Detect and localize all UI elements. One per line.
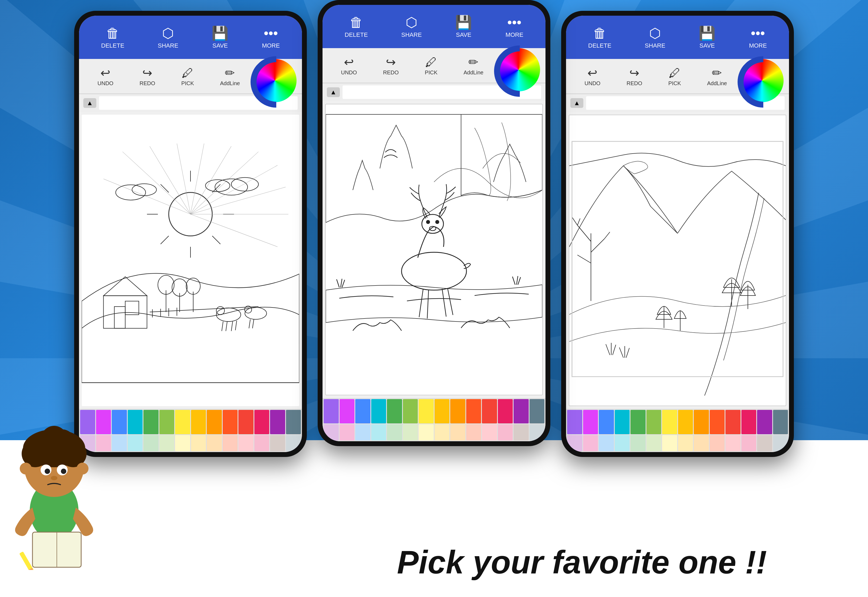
color-swatch[interactable] <box>339 424 355 440</box>
color-swatch[interactable] <box>355 424 371 440</box>
color-swatch[interactable] <box>175 435 190 451</box>
pick-btn-middle[interactable]: 🖊 PICK <box>425 55 438 76</box>
color-swatch[interactable] <box>255 410 269 434</box>
color-swatch[interactable] <box>741 435 756 451</box>
color-swatch[interactable] <box>450 399 465 423</box>
color-swatch[interactable] <box>694 410 709 434</box>
color-swatch[interactable] <box>466 399 481 423</box>
share-btn-left[interactable]: ⬡ SHARE <box>158 25 178 49</box>
color-swatch[interactable] <box>710 410 725 434</box>
color-swatch[interactable] <box>757 435 772 451</box>
color-swatch[interactable] <box>270 435 285 451</box>
color-swatch[interactable] <box>583 410 598 434</box>
color-swatch[interactable] <box>286 435 301 451</box>
more-btn-middle[interactable]: ••• MORE <box>505 15 523 39</box>
canvas-middle[interactable] <box>325 104 543 395</box>
color-swatch[interactable] <box>159 410 174 434</box>
color-swatch[interactable] <box>355 399 371 423</box>
slide-up-arrow-left[interactable]: ▲ <box>83 98 96 108</box>
slide-up-arrow-middle[interactable]: ▲ <box>327 87 340 97</box>
color-swatch[interactable] <box>567 435 582 451</box>
color-swatch[interactable] <box>175 410 190 434</box>
color-swatch[interactable] <box>599 435 614 451</box>
color-swatch[interactable] <box>435 399 450 423</box>
color-swatch[interactable] <box>498 424 513 440</box>
color-swatch[interactable] <box>418 424 434 440</box>
undo-btn-right[interactable]: ↩ UNDO <box>584 66 600 86</box>
color-swatch[interactable] <box>530 399 545 423</box>
color-swatch[interactable] <box>694 435 709 451</box>
color-swatch[interactable] <box>238 410 253 434</box>
undo-btn-left[interactable]: ↩ UNDO <box>97 66 113 86</box>
color-swatch[interactable] <box>630 435 646 451</box>
color-swatch[interactable] <box>450 424 465 440</box>
color-swatch[interactable] <box>143 435 159 451</box>
more-btn-left[interactable]: ••• MORE <box>262 25 280 49</box>
color-swatch[interactable] <box>387 424 402 440</box>
color-swatch[interactable] <box>630 410 646 434</box>
redo-btn-right[interactable]: ↪ REDO <box>627 66 642 86</box>
color-swatch[interactable] <box>678 435 693 451</box>
color-swatch[interactable] <box>482 424 497 440</box>
canvas-left[interactable] <box>82 114 299 406</box>
color-wheel-middle[interactable] <box>494 45 543 94</box>
color-swatch[interactable] <box>403 399 418 423</box>
redo-btn-left[interactable]: ↪ REDO <box>140 66 155 86</box>
color-swatch[interactable] <box>191 410 206 434</box>
share-btn-right[interactable]: ⬡ SHARE <box>645 25 666 49</box>
color-swatch[interactable] <box>339 399 355 423</box>
delete-btn-left[interactable]: 🗑 DELETE <box>101 25 125 49</box>
color-swatch[interactable] <box>773 435 788 451</box>
color-swatch[interactable] <box>567 410 582 434</box>
color-swatch[interactable] <box>646 410 661 434</box>
save-btn-left[interactable]: 💾 SAVE <box>211 25 228 49</box>
canvas-right[interactable] <box>569 114 786 406</box>
color-swatch[interactable] <box>725 435 741 451</box>
color-swatch[interactable] <box>238 435 253 451</box>
color-swatch[interactable] <box>435 424 450 440</box>
addline-btn-left[interactable]: ✏ AddLine <box>220 66 240 86</box>
color-swatch[interactable] <box>371 424 386 440</box>
color-swatch[interactable] <box>223 410 238 434</box>
color-swatch[interactable] <box>466 424 481 440</box>
color-swatch[interactable] <box>324 399 339 423</box>
addline-btn-right[interactable]: ✏ AddLine <box>707 66 727 86</box>
color-swatch[interactable] <box>270 410 285 434</box>
color-swatch[interactable] <box>583 435 598 451</box>
delete-btn-right[interactable]: 🗑 DELETE <box>588 25 612 49</box>
color-swatch[interactable] <box>678 410 693 434</box>
color-swatch[interactable] <box>757 410 772 434</box>
color-swatch[interactable] <box>710 435 725 451</box>
save-btn-right[interactable]: 💾 SAVE <box>698 25 715 49</box>
color-swatch[interactable] <box>725 410 741 434</box>
color-swatch[interactable] <box>514 424 529 440</box>
more-btn-right[interactable]: ••• MORE <box>749 25 767 49</box>
color-swatch[interactable] <box>662 410 677 434</box>
color-swatch[interactable] <box>773 410 788 434</box>
pick-btn-left[interactable]: 🖊 PICK <box>181 66 194 86</box>
color-swatch[interactable] <box>371 399 386 423</box>
color-swatch[interactable] <box>418 399 434 423</box>
color-swatch[interactable] <box>498 399 513 423</box>
color-swatch[interactable] <box>514 399 529 423</box>
color-swatch[interactable] <box>662 435 677 451</box>
color-swatch[interactable] <box>387 399 402 423</box>
color-swatch[interactable] <box>223 435 238 451</box>
color-swatch[interactable] <box>646 435 661 451</box>
color-wheel-right[interactable] <box>738 56 786 105</box>
delete-btn-middle[interactable]: 🗑 DELETE <box>345 15 368 39</box>
redo-btn-middle[interactable]: ↪ REDO <box>383 55 399 76</box>
color-swatch[interactable] <box>159 435 174 451</box>
color-swatch[interactable] <box>207 410 222 434</box>
undo-btn-middle[interactable]: ↩ UNDO <box>341 55 357 76</box>
color-swatch[interactable] <box>741 410 756 434</box>
color-wheel-left[interactable] <box>250 56 299 105</box>
pick-btn-right[interactable]: 🖊 PICK <box>668 66 681 86</box>
share-btn-middle[interactable]: ⬡ SHARE <box>401 15 422 39</box>
color-swatch[interactable] <box>403 424 418 440</box>
addline-btn-middle[interactable]: ✏ AddLine <box>463 55 483 76</box>
color-swatch[interactable] <box>615 410 630 434</box>
color-swatch[interactable] <box>482 399 497 423</box>
color-swatch[interactable] <box>286 410 301 434</box>
slide-up-arrow-right[interactable]: ▲ <box>570 98 584 108</box>
